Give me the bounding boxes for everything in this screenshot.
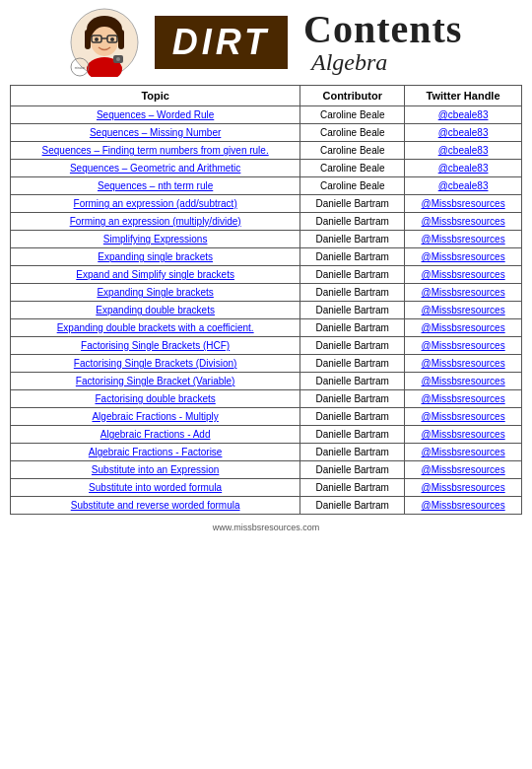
cell-twitter[interactable]: @Missbsresources: [405, 319, 522, 337]
cell-contributor: Danielle Bartram: [300, 444, 405, 461]
topic-link[interactable]: Sequences – Missing Number: [90, 127, 221, 138]
topic-link[interactable]: Substitute into an Expression: [92, 464, 220, 475]
cell-twitter[interactable]: @Missbsresources: [405, 390, 522, 408]
topic-link[interactable]: Sequences – Worded Rule: [97, 109, 214, 120]
cell-twitter[interactable]: @Missbsresources: [405, 444, 522, 461]
cell-twitter[interactable]: @Missbsresources: [405, 461, 522, 479]
topic-link[interactable]: Factorising Single Brackets (HCF): [81, 340, 230, 351]
cell-twitter[interactable]: @Missbsresources: [405, 479, 522, 497]
cell-twitter[interactable]: @Missbsresources: [405, 266, 522, 284]
table-row: Substitute and reverse worded formulaDan…: [11, 497, 522, 515]
twitter-link[interactable]: @Missbsresources: [421, 269, 504, 280]
twitter-link[interactable]: @Missbsresources: [421, 234, 504, 245]
twitter-link[interactable]: @Missbsresources: [421, 358, 504, 369]
cell-topic[interactable]: Factorising Single Brackets (HCF): [11, 337, 300, 355]
cell-topic[interactable]: Factorising Single Bracket (Variable): [11, 373, 300, 390]
cell-twitter[interactable]: @cbeale83: [405, 142, 522, 160]
twitter-link[interactable]: @Missbsresources: [421, 251, 504, 262]
cell-topic[interactable]: Simplifying Expressions: [11, 231, 300, 248]
topic-link[interactable]: Expanding double brackets: [96, 305, 215, 315]
topic-link[interactable]: Sequences – Finding term numbers from gi…: [42, 145, 269, 156]
cell-twitter[interactable]: @Missbsresources: [405, 231, 522, 248]
twitter-link[interactable]: @Missbsresources: [421, 411, 504, 422]
col-header-topic: Topic: [11, 86, 300, 106]
topic-link[interactable]: Algebraic Fractions - Factorise: [89, 447, 223, 457]
cell-topic[interactable]: Factorising Single Brackets (Division): [11, 355, 300, 373]
topic-link[interactable]: Expanding Single brackets: [97, 287, 213, 298]
topic-link[interactable]: Algebraic Fractions - Add: [100, 429, 211, 440]
topic-link[interactable]: Factorising Single Brackets (Division): [74, 358, 237, 369]
cell-topic[interactable]: Algebraic Fractions - Add: [11, 426, 300, 444]
topic-link[interactable]: Substitute and reverse worded formula: [71, 500, 240, 511]
topic-link[interactable]: Simplifying Expressions: [103, 234, 208, 245]
cell-contributor: Danielle Bartram: [300, 355, 405, 373]
twitter-link[interactable]: @cbeale83: [438, 180, 489, 191]
cell-topic[interactable]: Expand and Simplify single brackets: [11, 266, 300, 284]
cell-twitter[interactable]: @cbeale83: [405, 160, 522, 177]
cell-topic[interactable]: Sequences – Finding term numbers from gi…: [11, 142, 300, 160]
cell-twitter[interactable]: @Missbsresources: [405, 213, 522, 231]
topic-link[interactable]: Substitute into worded formula: [89, 482, 222, 493]
cell-twitter[interactable]: @Missbsresources: [405, 337, 522, 355]
twitter-link[interactable]: @cbeale83: [438, 127, 489, 138]
twitter-link[interactable]: @Missbsresources: [421, 447, 504, 457]
cell-contributor: Danielle Bartram: [300, 479, 405, 497]
cell-topic[interactable]: Sequences – Worded Rule: [11, 106, 300, 124]
cell-contributor: Danielle Bartram: [300, 266, 405, 284]
twitter-link[interactable]: @Missbsresources: [421, 287, 504, 298]
cell-twitter[interactable]: @cbeale83: [405, 124, 522, 142]
cell-contributor: Caroline Beale: [300, 160, 405, 177]
cell-topic[interactable]: Substitute into an Expression: [11, 461, 300, 479]
twitter-link[interactable]: @cbeale83: [438, 163, 489, 174]
topic-link[interactable]: Expand and Simplify single brackets: [76, 269, 234, 280]
topic-link[interactable]: Forming an expression (add/subtract): [74, 198, 237, 209]
topic-link[interactable]: Forming an expression (multiply/divide): [70, 216, 241, 227]
topic-link[interactable]: Factorising double brackets: [95, 393, 215, 404]
twitter-link[interactable]: @Missbsresources: [421, 340, 504, 351]
topic-link[interactable]: Sequences – nth term rule: [98, 180, 213, 191]
cell-twitter[interactable]: @Missbsresources: [405, 284, 522, 302]
table-row: Expanding double brackets with a coeffic…: [11, 319, 522, 337]
twitter-link[interactable]: @Missbsresources: [421, 429, 504, 440]
cell-topic[interactable]: Sequences – Geometric and Arithmetic: [11, 160, 300, 177]
cell-twitter[interactable]: @Missbsresources: [405, 248, 522, 266]
twitter-link[interactable]: @Missbsresources: [421, 198, 504, 209]
cell-twitter[interactable]: @Missbsresources: [405, 497, 522, 515]
cell-topic[interactable]: Expanding Single brackets: [11, 284, 300, 302]
twitter-link[interactable]: @Missbsresources: [421, 464, 504, 475]
twitter-link[interactable]: @Missbsresources: [421, 305, 504, 315]
twitter-link[interactable]: @Missbsresources: [421, 216, 504, 227]
cell-topic[interactable]: Forming an expression (multiply/divide): [11, 213, 300, 231]
cell-topic[interactable]: Expanding double brackets: [11, 302, 300, 319]
topic-link[interactable]: Expanding single brackets: [98, 251, 213, 262]
cell-twitter[interactable]: @Missbsresources: [405, 355, 522, 373]
twitter-link[interactable]: @Missbsresources: [421, 322, 504, 333]
cell-twitter[interactable]: @Missbsresources: [405, 373, 522, 390]
twitter-link[interactable]: @cbeale83: [438, 109, 489, 120]
cell-twitter[interactable]: @Missbsresources: [405, 426, 522, 444]
cell-twitter[interactable]: @cbeale83: [405, 106, 522, 124]
cell-topic[interactable]: Algebraic Fractions - Multiply: [11, 408, 300, 426]
twitter-link[interactable]: @Missbsresources: [421, 376, 504, 386]
cell-topic[interactable]: Substitute and reverse worded formula: [11, 497, 300, 515]
cell-topic[interactable]: Sequences – Missing Number: [11, 124, 300, 142]
cell-topic[interactable]: Factorising double brackets: [11, 390, 300, 408]
topic-link[interactable]: Algebraic Fractions - Multiply: [92, 411, 218, 422]
cell-topic[interactable]: Sequences – nth term rule: [11, 177, 300, 195]
cell-topic[interactable]: Expanding single brackets: [11, 248, 300, 266]
twitter-link[interactable]: @Missbsresources: [421, 482, 504, 493]
twitter-link[interactable]: @Missbsresources: [421, 500, 504, 511]
topic-link[interactable]: Expanding double brackets with a coeffic…: [57, 322, 254, 333]
cell-twitter[interactable]: @Missbsresources: [405, 195, 522, 213]
topic-link[interactable]: Sequences – Geometric and Arithmetic: [70, 163, 240, 174]
cell-topic[interactable]: Substitute into worded formula: [11, 479, 300, 497]
cell-twitter[interactable]: @cbeale83: [405, 177, 522, 195]
topic-link[interactable]: Factorising Single Bracket (Variable): [76, 376, 235, 386]
cell-topic[interactable]: Forming an expression (add/subtract): [11, 195, 300, 213]
cell-topic[interactable]: Expanding double brackets with a coeffic…: [11, 319, 300, 337]
twitter-link[interactable]: @Missbsresources: [421, 393, 504, 404]
cell-topic[interactable]: Algebraic Fractions - Factorise: [11, 444, 300, 461]
cell-twitter[interactable]: @Missbsresources: [405, 408, 522, 426]
cell-twitter[interactable]: @Missbsresources: [405, 302, 522, 319]
twitter-link[interactable]: @cbeale83: [438, 145, 489, 156]
